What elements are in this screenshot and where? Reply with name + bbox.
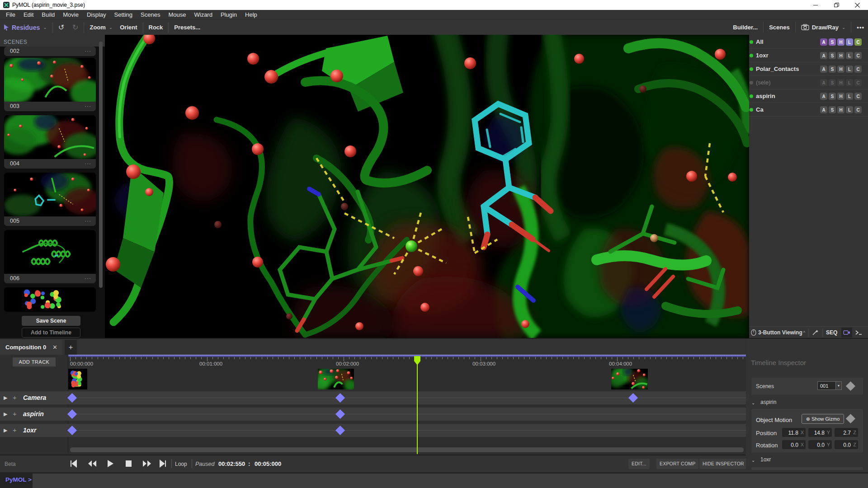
gizmo-keyframe-diamond[interactable]: [846, 414, 855, 423]
menu-display[interactable]: Display: [87, 11, 110, 18]
object-aspirin-C-button[interactable]: C: [854, 93, 862, 100]
timeline-ruler[interactable]: 00:00:00000:01:00000:02:00000:03:00000:0…: [68, 355, 746, 368]
object-row-aspirin[interactable]: aspirin ASHLC: [749, 89, 868, 103]
menu-plugin[interactable]: Plugin: [221, 11, 241, 18]
rewind-button[interactable]: [88, 460, 97, 468]
object-aspirin-S-button[interactable]: S: [829, 93, 836, 100]
rock-button[interactable]: Rock: [149, 24, 163, 31]
keyframe-diamond[interactable]: [335, 409, 344, 419]
timeline-scrollbar[interactable]: [70, 447, 744, 452]
go-to-end-button[interactable]: [159, 460, 166, 468]
object-All-S-button[interactable]: S: [829, 38, 836, 46]
track-row-aspirin[interactable]: ▶ + aspirin: [0, 408, 746, 421]
add-composition-button[interactable]: +: [65, 340, 77, 356]
undo-button[interactable]: ↺: [58, 23, 64, 32]
viewport-3d[interactable]: [105, 35, 749, 338]
track-row-1oxr[interactable]: ▶ + 1oxr: [0, 424, 746, 437]
menu-build[interactable]: Build: [42, 11, 59, 18]
fast-forward-button[interactable]: [142, 460, 151, 468]
scene-more-button[interactable]: ···: [85, 160, 91, 167]
object-row-All[interactable]: All ASHLC: [749, 35, 868, 49]
stop-button[interactable]: [125, 460, 132, 468]
object-1oxr-A-button[interactable]: A: [820, 52, 827, 59]
object-row-Ca[interactable]: Ca ASHLC: [749, 103, 868, 117]
mode-selector[interactable]: Residues: [12, 24, 40, 31]
object-row-1oxr[interactable]: 1oxr ASHLC: [749, 49, 868, 62]
object-Polar_Contacts-A-button[interactable]: A: [820, 66, 827, 73]
scene-more-button[interactable]: ···: [85, 218, 91, 224]
show-gizmo-button[interactable]: ⊕ Show Gizmo: [802, 414, 844, 424]
object-(sele)-S-button[interactable]: S: [829, 79, 836, 86]
object-All-C-button[interactable]: C: [854, 38, 862, 46]
scene-card-004[interactable]: 004···: [4, 115, 96, 169]
track-expand-arrow[interactable]: ▶: [4, 427, 7, 433]
keyframe-diamond[interactable]: [67, 393, 76, 403]
movie-panel-toggle[interactable]: [841, 328, 852, 338]
object-Ca-L-button[interactable]: L: [846, 106, 853, 113]
oxr-section-header[interactable]: 1oxr: [760, 456, 771, 463]
command-input[interactable]: [33, 474, 868, 488]
object-Ca-H-button[interactable]: H: [837, 106, 844, 113]
scene-more-button[interactable]: ···: [85, 275, 91, 282]
more-button[interactable]: •••: [857, 24, 864, 31]
track-add-keyframe[interactable]: +: [13, 410, 17, 418]
menu-setting[interactable]: Setting: [114, 11, 137, 18]
scene-select[interactable]: 001 ▼: [817, 381, 842, 390]
rotation-y-field[interactable]: 0.0Y: [808, 440, 832, 449]
transport-edit--button[interactable]: EDIT...: [628, 459, 650, 469]
scene-card-003[interactable]: 003···: [4, 58, 96, 111]
object-Ca-C-button[interactable]: C: [854, 106, 862, 113]
object-Ca-S-button[interactable]: S: [829, 106, 836, 113]
object-(sele)-C-button[interactable]: C: [854, 79, 862, 86]
maximize-button[interactable]: [826, 0, 847, 10]
object-1oxr-C-button[interactable]: C: [854, 52, 862, 59]
object-1oxr-L-button[interactable]: L: [846, 52, 853, 59]
track-expand-arrow[interactable]: ▶: [4, 395, 7, 401]
keyframe-diamond[interactable]: [335, 426, 344, 435]
scene-card-partial[interactable]: [4, 287, 96, 312]
rotation-z-field[interactable]: 0.0Z: [835, 440, 858, 449]
menu-scenes[interactable]: Scenes: [141, 11, 164, 18]
tab-close-icon[interactable]: ✕: [52, 344, 57, 351]
position-y-field[interactable]: 14.8Y: [808, 428, 832, 437]
menu-movie[interactable]: Movie: [63, 11, 83, 18]
wizard-wand-icon[interactable]: [812, 329, 819, 336]
object-1oxr-S-button[interactable]: S: [829, 52, 836, 59]
transport-export-comp-button[interactable]: EXPORT COMP: [656, 459, 698, 469]
object-Polar_Contacts-H-button[interactable]: H: [837, 66, 844, 73]
sidebar-scrollbar[interactable]: [99, 42, 103, 288]
object-(sele)-L-button[interactable]: L: [846, 79, 853, 86]
position-x-field[interactable]: 11.8X: [782, 428, 806, 437]
keyframe-diamond[interactable]: [67, 409, 76, 419]
terminal-icon[interactable]: [855, 330, 863, 335]
composition-tab[interactable]: Composition 0 ✕: [0, 340, 62, 356]
inspector-scrollbar[interactable]: [751, 467, 863, 470]
menu-mouse[interactable]: Mouse: [168, 11, 190, 18]
object-(sele)-H-button[interactable]: H: [837, 79, 844, 86]
zoom-button[interactable]: Zoom: [90, 24, 105, 31]
object-row-sele[interactable]: (sele) ASHLC: [749, 76, 868, 89]
oxr-section-chevron[interactable]: ⌄: [751, 458, 755, 463]
minimize-button[interactable]: [805, 0, 826, 10]
rotation-x-field[interactable]: 0.0X: [782, 440, 806, 449]
menu-edit[interactable]: Edit: [24, 11, 38, 18]
save-scene-button[interactable]: Save Scene: [22, 316, 80, 326]
aspirin-section-chevron[interactable]: ⌄: [751, 400, 755, 405]
keyframe-diamond[interactable]: [67, 426, 76, 435]
scene-card-005[interactable]: 005···: [4, 173, 96, 226]
mouse-mode-label[interactable]: 3-Button Viewing: [758, 329, 802, 336]
object-Polar_Contacts-S-button[interactable]: S: [829, 66, 836, 73]
add-track-button[interactable]: ADD TRACK: [13, 357, 56, 366]
object-Polar_Contacts-L-button[interactable]: L: [846, 66, 853, 73]
position-z-field[interactable]: 2.7Z: [835, 428, 858, 437]
menu-wizard[interactable]: Wizard: [194, 11, 216, 18]
object-All-A-button[interactable]: A: [820, 38, 827, 46]
scenes-button[interactable]: Scenes: [769, 24, 790, 31]
transport-hide-inspector-button[interactable]: HIDE INSPECTOR: [699, 459, 747, 469]
scene-card-006[interactable]: 006···: [4, 230, 96, 283]
object-1oxr-H-button[interactable]: H: [837, 52, 844, 59]
track-row-camera[interactable]: ▶ + Camera: [0, 391, 746, 404]
scene-more-button[interactable]: ···: [85, 48, 91, 54]
play-button[interactable]: [107, 460, 114, 468]
orient-button[interactable]: Orient: [120, 24, 137, 31]
